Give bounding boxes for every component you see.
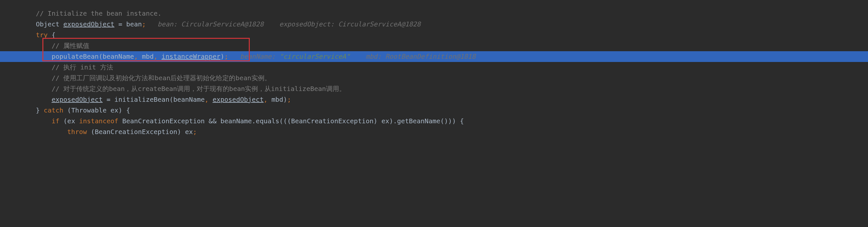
punct-text: ; (142, 20, 157, 28)
arg-text: mbd) (272, 96, 287, 103)
type-text: Object (36, 20, 63, 28)
punct-text: , (205, 96, 213, 103)
code-line[interactable]: exposedObject = initializeBean(beanName,… (0, 94, 868, 105)
indent-text (36, 96, 52, 103)
punct-text: ; (224, 53, 240, 60)
code-editor: // Initialize the bean instance. Object … (0, 0, 868, 137)
keyword-text: catch (44, 106, 63, 114)
debug-hint-value: RootBeanDefinition@1818 (385, 53, 476, 60)
keyword-text: if (52, 117, 59, 125)
arg-text: mbd (142, 53, 154, 60)
keyword-text: instanceof (79, 117, 118, 125)
debug-hint: beanName: (240, 53, 279, 60)
comment-text: // 对于传统定义的bean，从createBean调用，对于现有的bean实例… (36, 85, 346, 93)
code-line[interactable]: // 对于传统定义的bean，从createBean调用，对于现有的bean实例… (0, 84, 868, 94)
punct-text: ; (193, 128, 197, 136)
arg-text: instanceWrapper (161, 53, 220, 60)
indent-text (36, 53, 52, 60)
code-line[interactable]: } catch (Throwable ex) { (0, 105, 868, 116)
code-text: } (36, 106, 44, 114)
debug-hint: bean: (157, 20, 181, 28)
code-line[interactable]: try { (0, 30, 868, 40)
method-text: populateBean(beanName (52, 53, 134, 60)
code-line[interactable]: Object exposedObject = bean; bean: Circu… (0, 19, 868, 30)
code-line-current[interactable]: populateBean(beanName, mbd, instanceWrap… (0, 51, 868, 62)
punct-text: ; (287, 96, 291, 103)
code-text: (ex (59, 117, 79, 125)
comment-text: // 属性赋值 (36, 42, 89, 50)
code-text: (Throwable ex) { (63, 106, 130, 114)
indent-text (36, 117, 52, 125)
debug-hint: exposedObject: (264, 20, 338, 28)
comment-text: // Initialize the bean instance. (36, 9, 161, 17)
code-line[interactable]: // 执行 init 方法 (0, 62, 868, 73)
debug-hint-value: CircularServiceA@1828 (338, 20, 421, 28)
code-text: (BeanCreationException) ex (87, 128, 193, 136)
indent-text (36, 128, 67, 136)
code-line[interactable]: // Initialize the bean instance. (0, 8, 868, 19)
debug-hint-string: "circularServiceA" (279, 53, 350, 60)
punct-text: , (264, 96, 271, 103)
punct-text: , (134, 53, 142, 60)
keyword-text: throw (67, 128, 87, 136)
code-text: BeanCreationException && beanName.equals… (118, 117, 464, 125)
paren-text: ) (220, 53, 224, 60)
variable-text: exposedObject (63, 20, 115, 28)
debug-hint: mbd: (350, 53, 385, 60)
code-line[interactable]: // 属性赋值 (0, 40, 868, 51)
code-text: { (48, 31, 56, 39)
code-text: = bean (115, 20, 142, 28)
keyword-text: try (36, 31, 48, 39)
code-text: = initializeBean(beanName (103, 96, 205, 103)
debug-hint-value: CircularServiceA@1828 (181, 20, 264, 28)
punct-text: , (154, 53, 161, 60)
comment-text: // 使用工厂回调以及初始化方法和bean后处理器初始化给定的bean实例。 (36, 74, 271, 82)
code-line[interactable]: if (ex instanceof BeanCreationException … (0, 116, 868, 127)
comment-text: // 执行 init 方法 (36, 63, 113, 71)
code-line[interactable]: throw (BeanCreationException) ex; (0, 127, 868, 137)
code-line[interactable]: // 使用工厂回调以及初始化方法和bean后处理器初始化给定的bean实例。 (0, 73, 868, 84)
variable-text: exposedObject (52, 96, 103, 103)
arg-text: exposedObject (213, 96, 264, 103)
